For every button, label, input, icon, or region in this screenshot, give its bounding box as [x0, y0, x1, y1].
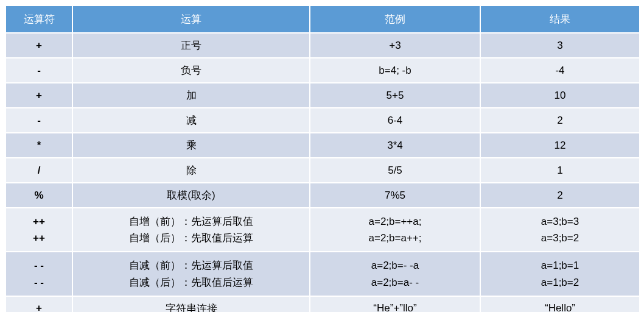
- cell-operation: 乘: [72, 133, 310, 158]
- cell-result: 10: [480, 83, 640, 108]
- cell-example: +3: [310, 33, 480, 58]
- cell-operator: +: [5, 33, 72, 58]
- operation-line: 自减（前）：先运算后取值: [77, 257, 306, 274]
- result-line: a=3;b=3: [485, 213, 635, 230]
- header-operation: 运算: [72, 5, 310, 33]
- cell-operation: 减: [72, 108, 310, 133]
- cell-result: a=1;b=1 a=1;b=2: [480, 252, 640, 296]
- table-row: + 字符串连接 “He”+”llo” “Hello”: [5, 296, 640, 312]
- cell-result: 12: [480, 133, 640, 158]
- cell-example: 3*4: [310, 133, 480, 158]
- cell-operator: -: [5, 108, 72, 133]
- result-line: a=3;b=2: [485, 230, 635, 246]
- cell-example: 5/5: [310, 158, 480, 183]
- operator-line: - -: [10, 274, 68, 291]
- cell-operator: %: [5, 183, 72, 208]
- cell-result: 3: [480, 33, 640, 58]
- cell-operator: /: [5, 158, 72, 183]
- operation-line: 自增（前）：先运算后取值: [77, 213, 306, 230]
- cell-operator: +: [5, 296, 72, 312]
- result-line: a=1;b=1: [485, 257, 635, 274]
- cell-result: 2: [480, 183, 640, 208]
- table-row: + 正号 +3 3: [5, 33, 640, 58]
- table-row: - 负号 b=4; -b -4: [5, 58, 640, 83]
- operators-table: 运算符 运算 范例 结果 + 正号 +3 3 - 负号 b=4; -b -4 +…: [5, 5, 640, 312]
- cell-operation: 自增（前）：先运算后取值 自增（后）：先取值后运算: [72, 208, 310, 252]
- cell-result: 1: [480, 158, 640, 183]
- cell-example: b=4; -b: [310, 58, 480, 83]
- cell-example: a=2;b=++a; a=2;b=a++;: [310, 208, 480, 252]
- cell-operation: 自减（前）：先运算后取值 自减（后）：先取值后运算: [72, 252, 310, 296]
- cell-example: 7%5: [310, 183, 480, 208]
- cell-result: 2: [480, 108, 640, 133]
- cell-operation: 正号: [72, 33, 310, 58]
- cell-operation: 加: [72, 83, 310, 108]
- cell-example: “He”+”llo”: [310, 296, 480, 312]
- cell-operation: 负号: [72, 58, 310, 83]
- table-row: - - - - 自减（前）：先运算后取值 自减（后）：先取值后运算 a=2;b=…: [5, 252, 640, 296]
- cell-example: 6-4: [310, 108, 480, 133]
- header-operator: 运算符: [5, 5, 72, 33]
- cell-result: a=3;b=3 a=3;b=2: [480, 208, 640, 252]
- cell-example: 5+5: [310, 83, 480, 108]
- table-header-row: 运算符 运算 范例 结果: [5, 5, 640, 33]
- table-row: ++ ++ 自增（前）：先运算后取值 自增（后）：先取值后运算 a=2;b=++…: [5, 208, 640, 252]
- cell-operation: 除: [72, 158, 310, 183]
- example-line: a=2;b=- -a: [314, 257, 476, 274]
- example-line: a=2;b=a++;: [314, 230, 476, 246]
- cell-operator: *: [5, 133, 72, 158]
- cell-operator: ++ ++: [5, 208, 72, 252]
- operator-line: ++: [10, 230, 68, 246]
- table-row: * 乘 3*4 12: [5, 133, 640, 158]
- operator-line: - -: [10, 257, 68, 274]
- table-row: % 取模(取余) 7%5 2: [5, 183, 640, 208]
- cell-operator: -: [5, 58, 72, 83]
- header-result: 结果: [480, 5, 640, 33]
- cell-example: a=2;b=- -a a=2;b=a- -: [310, 252, 480, 296]
- result-line: a=1;b=2: [485, 274, 635, 291]
- operation-line: 自减（后）：先取值后运算: [77, 274, 306, 291]
- cell-operator: +: [5, 83, 72, 108]
- cell-result: -4: [480, 58, 640, 83]
- table-row: - 减 6-4 2: [5, 108, 640, 133]
- cell-operation: 字符串连接: [72, 296, 310, 312]
- table-row: / 除 5/5 1: [5, 158, 640, 183]
- table-row: + 加 5+5 10: [5, 83, 640, 108]
- example-line: a=2;b=++a;: [314, 213, 476, 230]
- operator-line: ++: [10, 213, 68, 230]
- cell-result: “Hello”: [480, 296, 640, 312]
- operation-line: 自增（后）：先取值后运算: [77, 230, 306, 246]
- cell-operator: - - - -: [5, 252, 72, 296]
- example-line: a=2;b=a- -: [314, 274, 476, 291]
- cell-operation: 取模(取余): [72, 183, 310, 208]
- header-example: 范例: [310, 5, 480, 33]
